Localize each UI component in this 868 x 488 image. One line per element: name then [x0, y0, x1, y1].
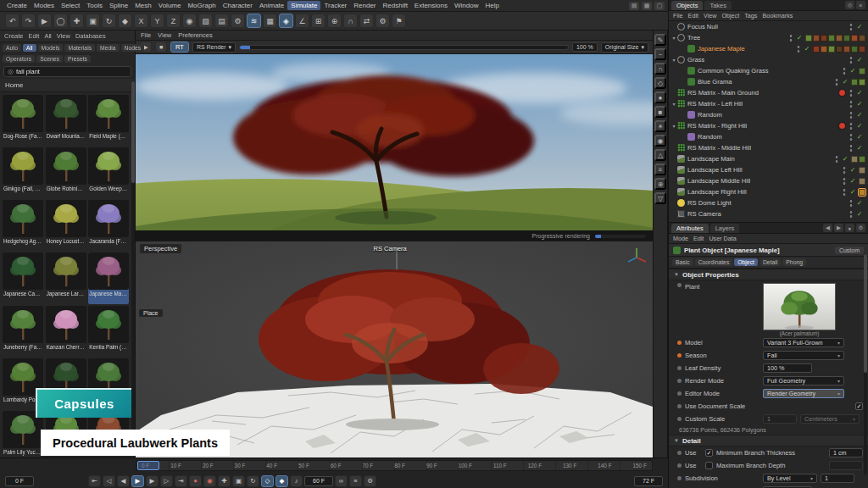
object-label[interactable]: Landscape Left Hill [687, 166, 743, 174]
magnet-icon[interactable]: ∩ [343, 14, 358, 28]
timeline-scrubber[interactable] [137, 461, 159, 470]
quantize-icon[interactable]: ∠ [295, 14, 309, 28]
enable-checkmark[interactable]: ✓ [841, 155, 849, 163]
render-mode-dropdown[interactable]: Full Geometry▾ [763, 376, 844, 385]
asset-tab[interactable]: Media [97, 44, 120, 52]
subdivision-level-field[interactable]: 1 [821, 474, 854, 483]
render-view-menu-item[interactable]: View [158, 31, 171, 39]
plant-asset[interactable]: Japanese Maple (Fall, Plant) [88, 252, 129, 303]
object-row[interactable]: RS Dome Light ✓ [669, 197, 868, 208]
magnet-icon[interactable]: ∩ [654, 63, 666, 75]
texture-tag[interactable] [836, 35, 843, 42]
object-label[interactable]: Grass [687, 56, 704, 64]
tab-layers[interactable]: Layers [710, 224, 740, 233]
back-icon[interactable]: ◀ [823, 224, 832, 232]
menu-item[interactable]: Render [350, 1, 379, 10]
cone-icon[interactable]: △ [654, 149, 666, 161]
texture-tag[interactable] [813, 35, 820, 42]
prev-key-button[interactable]: ◁ [103, 475, 115, 487]
object-row[interactable]: Focus Null ✓ [669, 21, 868, 32]
enable-checkmark[interactable]: ✓ [849, 177, 857, 185]
visibility-toggles[interactable] [849, 199, 854, 208]
object-label[interactable]: Focus Null [687, 23, 718, 30]
menu-item[interactable]: Animate [256, 1, 287, 10]
breadcrumb[interactable]: Home [0, 79, 135, 92]
menu-item[interactable]: MoGraph [184, 1, 219, 10]
expand-arrow[interactable]: ▾ [670, 57, 677, 63]
plant-asset[interactable]: Kentia Palm (Fall, Plant) [88, 306, 129, 357]
object-label[interactable]: Landscape Main [687, 155, 735, 163]
loop-icon[interactable]: ∞ [335, 475, 348, 487]
texture-tag[interactable] [813, 46, 820, 53]
visibility-toggles[interactable] [834, 78, 839, 86]
object-row[interactable]: RS Matrix - Main Ground ✓ [669, 87, 868, 98]
menu-item[interactable]: Character [220, 1, 256, 10]
asset-menu-item[interactable]: All [44, 32, 51, 40]
attribute-tab-chip[interactable]: Object [734, 258, 758, 266]
texture-tag[interactable] [859, 68, 865, 75]
forward-icon[interactable]: ▶ [834, 224, 843, 232]
rotate-tool-icon[interactable]: ↻ [102, 14, 116, 28]
render-picture-viewer-icon[interactable]: ▤ [214, 14, 229, 28]
record-position-button[interactable]: ✚ [218, 475, 231, 487]
gear-icon[interactable]: ⚙ [856, 224, 865, 232]
range-start-field[interactable]: 0 F [5, 476, 34, 486]
enable-checkmark[interactable]: ✓ [855, 89, 864, 97]
menu-item[interactable]: Modes [31, 1, 58, 10]
asset-menu-item[interactable]: Databases [75, 32, 106, 40]
tab-objects[interactable]: Objects [671, 1, 703, 10]
render-view-menu-item[interactable]: Preferences [178, 31, 212, 39]
filter-icon[interactable]: ≡ [856, 1, 865, 9]
visibility-toggles[interactable] [849, 100, 854, 108]
options-gear-icon[interactable]: ⚙ [364, 475, 376, 487]
leaf-density-field[interactable]: 100 % [763, 363, 812, 373]
enable-checkmark[interactable]: ✓ [855, 56, 864, 64]
tab-attributes[interactable]: Attributes [671, 224, 709, 233]
live-select-icon[interactable]: ◯ [53, 14, 68, 28]
move-tool-icon[interactable]: ✚ [70, 14, 84, 28]
render-view-menu-item[interactable]: File [141, 31, 151, 39]
menu-item[interactable]: Volume [155, 1, 185, 10]
object-manager-menu-item[interactable]: View [704, 12, 716, 19]
visibility-toggles[interactable] [842, 188, 847, 197]
menu-item[interactable]: Simulate [287, 1, 320, 10]
menu-icon[interactable]: ≡ [654, 164, 666, 175]
texture-tag[interactable] [851, 46, 858, 53]
layout-icon[interactable]: ▤ [629, 2, 639, 10]
plant-asset[interactable]: Dwarf Mountain Pine (Fall, Plant) [46, 95, 86, 146]
hud-icon[interactable]: ≡ [349, 475, 362, 487]
attribute-menu-item[interactable]: User Data [709, 235, 736, 242]
asset-tab[interactable]: Auto [3, 44, 21, 52]
attribute-tab-chip[interactable]: Phong [782, 258, 806, 266]
visibility-toggles[interactable] [849, 144, 854, 152]
place-tool-hud[interactable]: Place [139, 309, 163, 317]
object-row[interactable]: ▾ Grass ✓ [669, 54, 868, 65]
menu-item[interactable]: Spline [106, 1, 131, 10]
object-label[interactable]: RS Matrix - Middle Hill [687, 144, 751, 152]
min-branch-checkbox[interactable]: ✓ [705, 449, 713, 457]
plant-asset[interactable]: Juneberry (Fall, Plant) [3, 306, 43, 357]
render-view-icon[interactable]: ▧ [198, 14, 213, 28]
spline-icon[interactable]: ~ [654, 48, 666, 60]
record-parameter-button[interactable]: ◇ [261, 475, 274, 487]
plant-asset[interactable]: Golden Weeping Willow (Fall, Plant) [88, 147, 129, 198]
enable-checkmark[interactable]: ✓ [855, 199, 864, 207]
select-tool-icon[interactable]: ▶ [37, 14, 52, 28]
panel-icon[interactable]: ▦ [642, 2, 652, 10]
object-row[interactable]: Landscape Main ✓ [669, 153, 868, 164]
enable-checkmark[interactable]: ✓ [855, 144, 864, 152]
plant-asset[interactable]: Dog-Rose (Fall, Plant) [3, 95, 43, 146]
asset-tab[interactable]: All [23, 44, 36, 52]
menu-item[interactable]: Create [3, 1, 31, 10]
model-dropdown[interactable]: Variant 3 Full-Grown▾ [763, 338, 844, 347]
texture-tag[interactable] [843, 35, 850, 42]
redo-icon[interactable]: ↷ [21, 14, 36, 28]
snap-icon[interactable]: ◈ [279, 14, 293, 28]
deformer-icon[interactable]: ◇ [654, 77, 666, 89]
asset-tab[interactable]: Scenes [36, 55, 63, 63]
texture-tag[interactable] [821, 35, 827, 42]
visibility-toggles[interactable] [849, 133, 854, 141]
object-row[interactable]: Landscape Left Hill ✓ [669, 164, 868, 175]
record-scale-button[interactable]: ▣ [232, 475, 245, 487]
object-manager-menu-item[interactable]: Edit [688, 12, 698, 19]
